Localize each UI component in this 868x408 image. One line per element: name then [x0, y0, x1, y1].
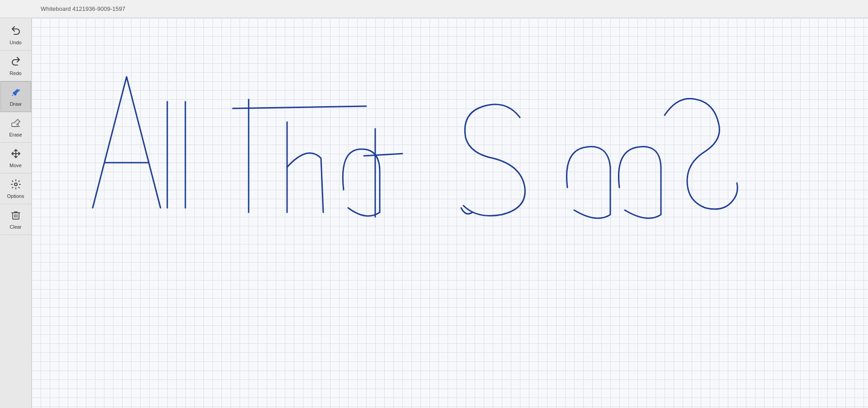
- draw-icon: [10, 87, 21, 99]
- header: Whiteboard 4121936-9009-1597: [0, 0, 868, 18]
- redo-icon: [10, 56, 21, 69]
- undo-button[interactable]: Undo: [0, 20, 31, 51]
- erase-label: Erase: [9, 132, 22, 137]
- clear-icon: [10, 210, 21, 222]
- main-area: Undo Redo Draw: [0, 18, 868, 408]
- whiteboard-title: Whiteboard 4121936-9009-1597: [41, 5, 125, 12]
- options-label: Options: [7, 193, 24, 199]
- svg-line-16: [364, 154, 402, 156]
- erase-icon: [10, 117, 21, 130]
- redo-label: Redo: [9, 70, 21, 76]
- draw-label: Draw: [10, 101, 22, 107]
- clear-button[interactable]: Clear: [0, 204, 31, 235]
- undo-label: Undo: [9, 40, 21, 45]
- move-label: Move: [9, 163, 22, 168]
- move-button[interactable]: Move: [0, 143, 31, 174]
- move-icon: [10, 148, 21, 161]
- options-button[interactable]: Options: [0, 174, 31, 204]
- options-icon: [10, 179, 21, 192]
- erase-button[interactable]: Erase: [0, 112, 31, 143]
- toolbar: Undo Redo Draw: [0, 18, 32, 408]
- svg-line-1: [12, 95, 13, 96]
- svg-line-13: [233, 106, 366, 108]
- canvas-area[interactable]: [32, 18, 868, 408]
- undo-icon: [10, 25, 21, 38]
- clear-label: Clear: [9, 224, 21, 230]
- redo-button[interactable]: Redo: [0, 51, 31, 81]
- svg-point-4: [14, 183, 17, 186]
- drawing-canvas[interactable]: [32, 18, 868, 408]
- draw-button[interactable]: Draw: [0, 81, 31, 112]
